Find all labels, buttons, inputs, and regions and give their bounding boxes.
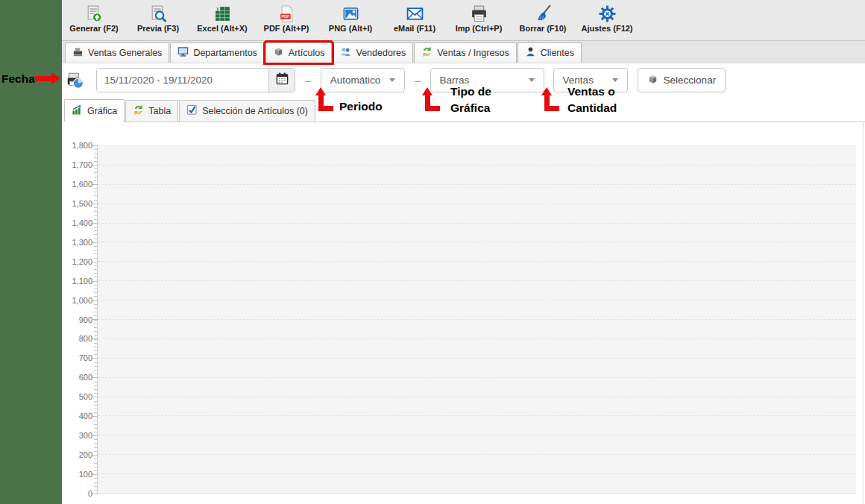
settings-button[interactable]: Ajustes (F12) (575, 0, 639, 33)
excel-export-button[interactable]: X Excel (Alt+X) (190, 0, 254, 33)
tab-label: Artículos (289, 48, 325, 58)
period-dropdown[interactable]: Automático (321, 68, 405, 92)
main-panel: Generar (F2) Previa (F3) X Excel (Alt+X)… (62, 0, 865, 504)
tab-label: Ventas Generales (88, 48, 162, 58)
y-tick-label: 300 (62, 431, 92, 440)
y-gridline (98, 358, 856, 359)
excel-export-button-label: Excel (Alt+X) (197, 24, 248, 33)
pdf-icon: PDF (277, 4, 296, 23)
cycle-arrows-icon (421, 46, 432, 60)
y-tick-label: 1,500 (62, 199, 92, 208)
date-range-field (96, 68, 295, 92)
clear-button[interactable]: Borrar (F10) (511, 0, 575, 33)
y-gridline (98, 319, 856, 320)
select-articles-button-label: Seleccionar (664, 75, 717, 86)
select-articles-button[interactable]: Seleccionar (638, 68, 726, 92)
y-tick-label: 1,100 (62, 277, 92, 286)
y-tick-label: 0 (62, 489, 92, 498)
y-tick-label: 600 (62, 373, 92, 382)
toolbar: Generar (F2) Previa (F3) X Excel (Alt+X)… (62, 0, 865, 41)
chart-type-dropdown-value: Barras (440, 75, 470, 86)
email-button[interactable]: eMail (F11) (383, 0, 447, 33)
png-export-button[interactable]: PNG (Alt+I) (318, 0, 383, 33)
fecha-annotation-label: Fecha (1, 71, 35, 87)
calendar-button[interactable] (268, 69, 295, 92)
y-tick-label: 1,200 (62, 257, 92, 266)
person-icon (525, 46, 536, 60)
print-button[interactable]: Imp (Ctrl+P) (447, 0, 511, 33)
y-tick-label: 100 (62, 470, 92, 479)
bar-chart-icon (72, 104, 83, 118)
y-tick-label: 200 (62, 450, 92, 459)
y-tick-label: 1,300 (62, 238, 92, 247)
cycle-arrows-icon (133, 104, 144, 118)
preview-button[interactable]: Previa (F3) (126, 0, 190, 33)
tab-clientes[interactable]: Clientes (518, 42, 582, 63)
tab-departamentos[interactable]: Departamentos (170, 42, 264, 63)
period-dropdown-value: Automático (330, 75, 381, 86)
subtab-label: Gráfica (87, 106, 117, 116)
chevron-down-icon (529, 78, 535, 82)
people-icon (340, 46, 351, 60)
y-gridline (98, 280, 856, 281)
tab-ventas-generales[interactable]: Ventas Generales (65, 42, 169, 63)
y-tick-label: 1,400 (62, 218, 92, 227)
tab-ventas-ingresos[interactable]: Ventas / Ingresos (414, 42, 517, 63)
view-subtabs: Gráfica Tabla Selección de Artículos (0) (62, 97, 865, 122)
y-axis-labels: 1,8001,7001,6001,5001,4001,3001,2001,100… (62, 145, 92, 494)
report-tabbar: Ventas Generales Departamentos Artículos… (62, 41, 865, 63)
cash-register-icon (72, 46, 84, 60)
metric-dropdown-value: Ventas (563, 75, 594, 86)
box-icon (647, 74, 658, 87)
separator-dash: – (305, 75, 311, 86)
y-gridline (98, 242, 856, 242)
y-tick-label: 1,800 (62, 141, 92, 150)
generate-button[interactable]: Generar (F2) (62, 0, 126, 33)
tab-vendedores[interactable]: Vendedores (333, 42, 413, 63)
y-gridline (98, 184, 856, 185)
y-gridline (98, 261, 856, 262)
subtab-tabla[interactable]: Tabla (125, 100, 178, 122)
subtab-label: Tabla (148, 106, 171, 116)
y-tick-label: 700 (62, 353, 92, 362)
subtab-grafica[interactable]: Gráfica (64, 99, 125, 122)
y-gridline (98, 473, 856, 474)
left-sidebar: Fecha (0, 0, 62, 504)
subtab-label: Selección de Artículos (0) (202, 106, 308, 116)
plot-area (97, 145, 856, 494)
png-export-button-label: PNG (Alt+I) (329, 24, 372, 33)
y-gridline (98, 397, 856, 397)
y-gridline (98, 377, 856, 378)
preview-icon (148, 4, 168, 23)
date-range-input[interactable] (97, 69, 268, 92)
filter-controls-row: – Automático – Barras Ventas Seleccionar (62, 63, 865, 97)
y-gridline (98, 145, 856, 146)
png-icon (341, 4, 360, 23)
pdf-export-button[interactable]: PDF PDF (Alt+P) (254, 0, 318, 33)
svg-text:X: X (216, 6, 219, 10)
clear-button-label: Borrar (F10) (520, 24, 567, 33)
metric-dropdown[interactable]: Ventas (553, 68, 628, 92)
print-button-label: Imp (Ctrl+P) (456, 24, 503, 33)
y-tick-label: 800 (62, 334, 92, 343)
monitor-icon (177, 46, 189, 60)
y-axis-minor-ticks (94, 145, 97, 494)
y-tick-label: 1,700 (62, 160, 92, 169)
chart-panel: 1,8001,7001,6001,5001,4001,3001,2001,100… (62, 122, 865, 504)
tab-articulos[interactable]: Artículos (265, 42, 333, 63)
panel-right-edge (863, 122, 864, 504)
subtab-seleccion-articulos[interactable]: Selección de Artículos (0) (179, 100, 315, 122)
calendar-icon (275, 72, 289, 89)
y-gridline (98, 300, 856, 300)
pdf-export-button-label: PDF (Alt+P) (264, 24, 309, 33)
y-gridline (98, 454, 856, 455)
y-tick-label: 1,000 (62, 296, 92, 305)
tab-label: Departamentos (193, 48, 257, 58)
chart-type-dropdown[interactable]: Barras (430, 68, 544, 92)
excel-icon: X (213, 4, 232, 23)
email-button-label: eMail (F11) (394, 24, 435, 33)
settings-button-label: Ajustes (F12) (581, 24, 632, 33)
report-pie-printer-icon (66, 71, 85, 90)
tab-label: Vendedores (356, 48, 406, 58)
tab-label: Ventas / Ingresos (437, 48, 509, 58)
